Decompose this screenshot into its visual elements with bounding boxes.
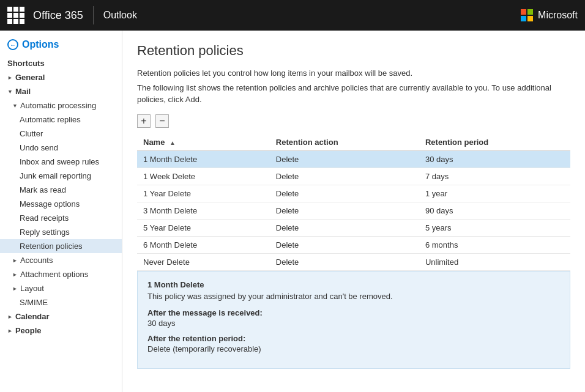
- sidebar-item-calendar[interactable]: ► Calendar: [0, 309, 122, 324]
- shortcuts-label: Shortcuts: [7, 59, 45, 68]
- sidebar-item-shortcuts[interactable]: Shortcuts: [0, 56, 122, 70]
- auto-processing-collapse-icon: ▼: [12, 103, 18, 109]
- options-header[interactable]: ← Options: [0, 37, 122, 56]
- detail-field-label: After the message is received:: [147, 308, 560, 317]
- table-cell-period: 5 years: [419, 219, 570, 236]
- sidebar-item-clutter[interactable]: Clutter: [0, 127, 122, 141]
- main-layout: ← Options Shortcuts ► General ▼ Mail ▼ A…: [0, 31, 585, 392]
- clutter-label: Clutter: [20, 129, 43, 138]
- table-row[interactable]: 1 Year DeleteDelete1 year: [137, 185, 570, 202]
- detail-policy-name: 1 Month Delete: [147, 280, 560, 289]
- automatic-processing-label: Automatic processing: [20, 101, 96, 110]
- table-cell-name: Never Delete: [137, 253, 270, 270]
- description1: Retention policies let you control how l…: [137, 67, 570, 80]
- inbox-sweep-label: Inbox and sweep rules: [20, 157, 99, 166]
- app-title: Office 365: [33, 9, 83, 22]
- sidebar-item-automatic-replies[interactable]: Automatic replies: [0, 113, 122, 127]
- sidebar-item-undo-send[interactable]: Undo send: [0, 141, 122, 155]
- calendar-collapse-icon: ►: [7, 314, 13, 320]
- mark-as-read-label: Mark as read: [20, 185, 66, 194]
- sidebar-item-layout[interactable]: ► Layout: [0, 281, 122, 295]
- sidebar: ← Options Shortcuts ► General ▼ Mail ▼ A…: [0, 31, 122, 392]
- microsoft-logo-icon: [521, 9, 533, 21]
- reply-settings-label: Reply settings: [20, 227, 70, 237]
- table-row[interactable]: 6 Month DeleteDelete6 months: [137, 236, 570, 253]
- table-cell-period: Unlimited: [419, 253, 570, 270]
- detail-field-label: After the retention period:: [147, 334, 560, 343]
- attachment-options-label: Attachment options: [20, 270, 88, 279]
- remove-button[interactable]: −: [155, 114, 169, 128]
- table-cell-name: 1 Month Delete: [137, 150, 270, 168]
- message-options-label: Message options: [20, 199, 80, 209]
- sidebar-item-mark-as-read[interactable]: Mark as read: [0, 183, 122, 197]
- sidebar-item-reply-settings[interactable]: Reply settings: [0, 225, 122, 239]
- options-label: Options: [22, 39, 59, 50]
- people-label: People: [15, 326, 42, 335]
- col-period: Retention period: [419, 134, 570, 151]
- sidebar-item-general[interactable]: ► General: [0, 70, 122, 84]
- topbar: Office 365 Outlook Microsoft: [0, 0, 585, 31]
- description2: The following list shows the retention p…: [137, 82, 570, 106]
- sidebar-item-message-options[interactable]: Message options: [0, 197, 122, 211]
- table-cell-action: Delete: [270, 219, 419, 236]
- sidebar-item-junk-email[interactable]: Junk email reporting: [0, 169, 122, 183]
- table-cell-name: 1 Year Delete: [137, 185, 270, 202]
- sidebar-item-people[interactable]: ► People: [0, 324, 122, 338]
- general-label: General: [15, 73, 45, 82]
- add-button[interactable]: +: [137, 114, 151, 128]
- table-row[interactable]: 5 Year DeleteDelete5 years: [137, 219, 570, 236]
- main-content: Retention policies Retention policies le…: [122, 31, 585, 392]
- table-row[interactable]: 1 Week DeleteDelete7 days: [137, 168, 570, 185]
- sidebar-item-mail[interactable]: ▼ Mail: [0, 84, 122, 98]
- policies-table: Name ▲ Retention action Retention period…: [137, 134, 570, 271]
- detail-panel: 1 Month Delete This policy was assigned …: [137, 271, 570, 369]
- table-cell-action: Delete: [270, 150, 419, 168]
- col-name[interactable]: Name ▲: [137, 134, 270, 151]
- smime-label: S/MIME: [20, 298, 48, 307]
- table-cell-period: 7 days: [419, 168, 570, 185]
- brand-label: Microsoft: [538, 10, 578, 21]
- layout-collapse-icon: ►: [12, 286, 18, 292]
- table-cell-name: 5 Year Delete: [137, 219, 270, 236]
- general-collapse-icon: ►: [7, 75, 13, 81]
- table-row[interactable]: 1 Month DeleteDelete30 days: [137, 150, 570, 168]
- table-cell-period: 30 days: [419, 150, 570, 168]
- sort-icon: ▲: [170, 139, 176, 146]
- table-cell-action: Delete: [270, 236, 419, 253]
- grid-menu-icon[interactable]: [7, 7, 24, 24]
- sidebar-item-inbox-sweep[interactable]: Inbox and sweep rules: [0, 155, 122, 169]
- table-cell-period: 6 months: [419, 236, 570, 253]
- table-cell-action: Delete: [270, 202, 419, 219]
- sidebar-item-accounts[interactable]: ► Accounts: [0, 253, 122, 267]
- detail-policy-note: This policy was assigned by your adminis…: [147, 292, 560, 301]
- table-cell-name: 1 Week Delete: [137, 168, 270, 185]
- sidebar-item-automatic-processing[interactable]: ▼ Automatic processing: [0, 98, 122, 113]
- outlook-label: Outlook: [103, 10, 137, 21]
- sidebar-item-retention-policies[interactable]: Retention policies: [0, 239, 122, 253]
- calendar-label: Calendar: [15, 312, 50, 321]
- retention-policies-label: Retention policies: [20, 242, 83, 251]
- back-icon[interactable]: ←: [7, 39, 18, 50]
- accounts-label: Accounts: [20, 256, 53, 265]
- page-title: Retention policies: [137, 43, 570, 59]
- table-header-row: Name ▲ Retention action Retention period: [137, 134, 570, 151]
- layout-label: Layout: [20, 284, 44, 293]
- brand-area: Microsoft: [521, 9, 578, 21]
- people-collapse-icon: ►: [7, 328, 13, 334]
- sidebar-item-read-receipts[interactable]: Read receipts: [0, 211, 122, 225]
- attachment-collapse-icon: ►: [12, 272, 18, 278]
- junk-email-label: Junk email reporting: [20, 171, 91, 180]
- mail-label: Mail: [15, 87, 31, 96]
- topbar-divider: [93, 6, 94, 24]
- table-row[interactable]: Never DeleteDeleteUnlimited: [137, 253, 570, 270]
- mail-collapse-icon: ▼: [7, 89, 13, 95]
- automatic-replies-label: Automatic replies: [20, 115, 81, 124]
- sidebar-item-smime[interactable]: S/MIME: [0, 295, 122, 309]
- table-row[interactable]: 3 Month DeleteDelete90 days: [137, 202, 570, 219]
- table-cell-action: Delete: [270, 185, 419, 202]
- accounts-collapse-icon: ►: [12, 257, 18, 264]
- undo-send-label: Undo send: [20, 143, 58, 152]
- table-cell-action: Delete: [270, 168, 419, 185]
- sidebar-item-attachment-options[interactable]: ► Attachment options: [0, 267, 122, 281]
- col-action: Retention action: [270, 134, 419, 151]
